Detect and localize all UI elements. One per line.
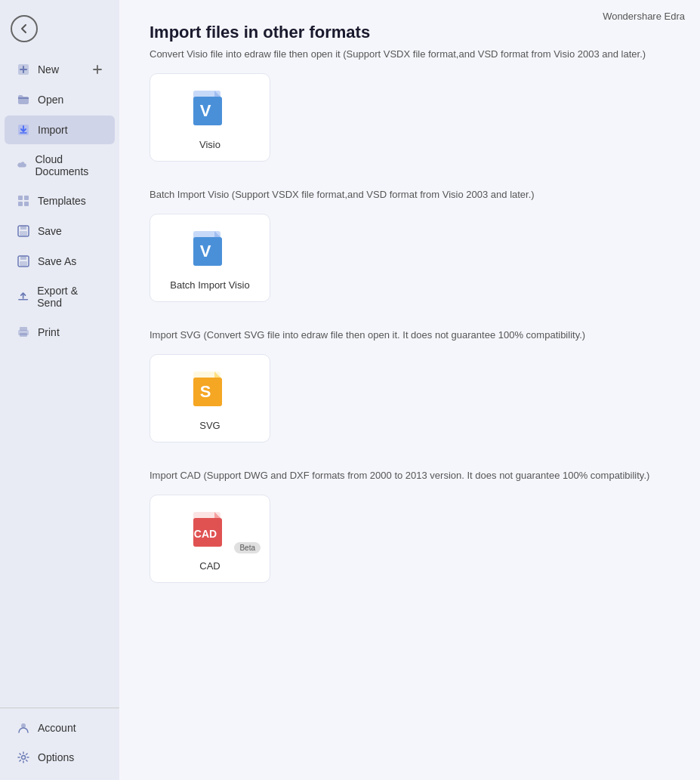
sidebar-item-saveas-label: Save As xyxy=(38,255,76,267)
cad-section: Import CAD (Support DWG and DXF formats … xyxy=(150,470,670,583)
app-title: Wondershare Edra xyxy=(603,11,685,22)
svg-point-15 xyxy=(21,723,26,728)
plus-icon xyxy=(92,64,103,75)
visio-single-section: Convert Visio file into edraw file then … xyxy=(150,48,670,162)
sidebar-item-account[interactable]: Account xyxy=(5,714,115,742)
back-circle-icon[interactable] xyxy=(11,15,38,42)
sidebar-item-open[interactable]: Open xyxy=(5,85,115,114)
sidebar-item-open-label: Open xyxy=(38,94,63,106)
svg-import-card[interactable]: S SVG xyxy=(150,354,270,442)
cloud-icon xyxy=(17,159,27,172)
sidebar-item-new[interactable]: New xyxy=(5,55,115,84)
svg-rect-7 xyxy=(20,226,26,230)
sidebar-item-save[interactable]: Save xyxy=(5,217,115,245)
sidebar-item-saveas[interactable]: Save As xyxy=(5,247,115,276)
sidebar-item-templates-label: Templates xyxy=(38,195,86,207)
options-icon xyxy=(17,751,30,764)
sidebar-item-new-label: New xyxy=(38,63,59,76)
sidebar-item-options-label: Options xyxy=(38,751,74,763)
svg-rect-3 xyxy=(24,196,29,200)
svg-text:V: V xyxy=(200,242,211,261)
visio-import-card[interactable]: V Visio xyxy=(150,73,270,162)
svg-section: Import SVG (Convert SVG file into edraw … xyxy=(150,329,670,442)
svg-text:CAD: CAD xyxy=(194,528,217,540)
svg-rect-11 xyxy=(20,261,27,266)
print-icon xyxy=(17,325,30,339)
svg-file-icon: S xyxy=(189,370,231,412)
sidebar-item-account-label: Account xyxy=(38,722,76,734)
sidebar-item-export[interactable]: Export & Send xyxy=(5,277,115,316)
visio-batch-desc: Batch Import Visio (Support VSDX file fo… xyxy=(150,189,670,200)
main-content: Wondershare Edra Import files in other f… xyxy=(119,0,700,780)
batch-visio-card-label: Batch Import Visio xyxy=(170,279,249,291)
visio-batch-section: Batch Import Visio (Support VSDX file fo… xyxy=(150,189,670,302)
visio-file-icon: V xyxy=(189,89,231,131)
svg-rect-2 xyxy=(18,196,23,200)
visio-card-label: Visio xyxy=(199,139,220,150)
svg-text:S: S xyxy=(200,382,211,401)
page-title: Import files in other formats xyxy=(150,23,670,42)
import-icon xyxy=(17,123,30,137)
svg-desc: Import SVG (Convert SVG file into edraw … xyxy=(150,329,670,341)
beta-badge: Beta xyxy=(234,542,261,553)
sidebar: New Open Import Cloud Documents xyxy=(0,0,119,780)
templates-icon xyxy=(17,194,30,208)
svg-rect-4 xyxy=(18,202,23,206)
save-icon xyxy=(17,224,30,238)
svg-rect-8 xyxy=(20,231,27,236)
sidebar-item-import[interactable]: Import xyxy=(5,116,115,144)
back-button[interactable] xyxy=(0,8,119,50)
svg-rect-14 xyxy=(20,333,27,337)
batch-visio-file-icon: V xyxy=(189,230,231,272)
sidebar-item-options[interactable]: Options xyxy=(5,743,115,772)
sidebar-item-import-label: Import xyxy=(38,124,68,136)
open-icon xyxy=(17,93,30,106)
cad-import-card[interactable]: CAD Beta CAD xyxy=(150,495,270,583)
saveas-icon xyxy=(17,254,30,268)
new-icon xyxy=(17,63,30,76)
sidebar-item-print-label: Print xyxy=(38,326,60,338)
sidebar-item-templates[interactable]: Templates xyxy=(5,187,115,215)
sidebar-item-save-label: Save xyxy=(38,225,62,237)
visio-single-desc: Convert Visio file into edraw file then … xyxy=(150,48,670,60)
export-icon xyxy=(17,290,29,304)
svg-point-16 xyxy=(22,756,26,760)
svg-card-label: SVG xyxy=(199,420,220,431)
svg-rect-5 xyxy=(24,202,29,206)
cad-desc: Import CAD (Support DWG and DXF formats … xyxy=(150,470,670,481)
sidebar-item-cloud[interactable]: Cloud Documents xyxy=(5,146,115,185)
cad-card-label: CAD xyxy=(199,560,220,572)
account-icon xyxy=(17,721,30,735)
sidebar-item-cloud-label: Cloud Documents xyxy=(35,153,103,177)
batch-visio-import-card[interactable]: V Batch Import Visio xyxy=(150,214,270,302)
sidebar-item-export-label: Export & Send xyxy=(37,285,103,309)
svg-rect-10 xyxy=(20,256,26,260)
sidebar-item-print[interactable]: Print xyxy=(5,318,115,347)
cad-file-icon: CAD xyxy=(189,510,231,553)
svg-text:V: V xyxy=(200,101,211,120)
